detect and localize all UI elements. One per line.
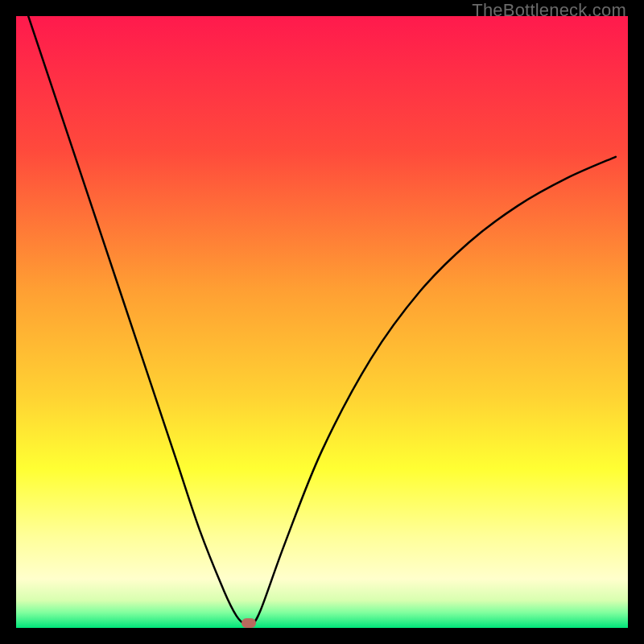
watermark-text: TheBottleneck.com [472, 0, 626, 21]
chart-frame [16, 16, 628, 628]
bottleneck-curve [16, 16, 628, 628]
optimal-point-marker [242, 618, 256, 628]
